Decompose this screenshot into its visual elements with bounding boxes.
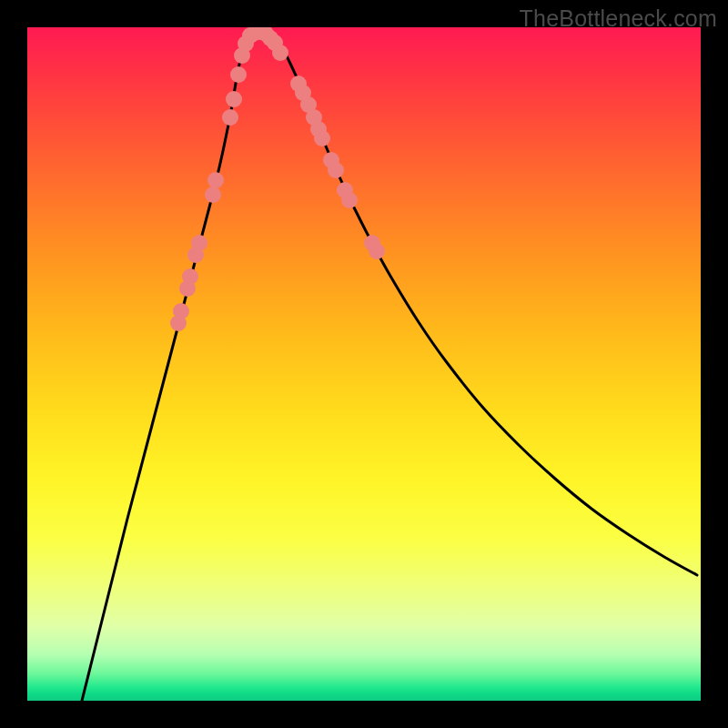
curve-marker — [314, 130, 330, 147]
curve-marker — [207, 172, 224, 188]
curve-marker — [341, 192, 358, 208]
curve-marker — [369, 243, 385, 259]
curve-marker — [205, 187, 221, 203]
curve-marker — [230, 66, 247, 83]
chart-svg — [27, 27, 701, 701]
curve-marker — [328, 162, 344, 178]
curve-marker — [222, 109, 238, 126]
curve-marker — [272, 45, 288, 61]
chart-frame: TheBottleneck.com — [0, 0, 728, 728]
curve-marker — [182, 268, 198, 285]
watermark-text: TheBottleneck.com — [520, 5, 717, 32]
marker-group — [170, 27, 385, 331]
curve-marker — [191, 235, 207, 251]
plot-area — [27, 27, 701, 701]
curve-marker — [173, 303, 189, 319]
bottleneck-curve — [82, 30, 697, 701]
curve-marker — [226, 91, 242, 107]
